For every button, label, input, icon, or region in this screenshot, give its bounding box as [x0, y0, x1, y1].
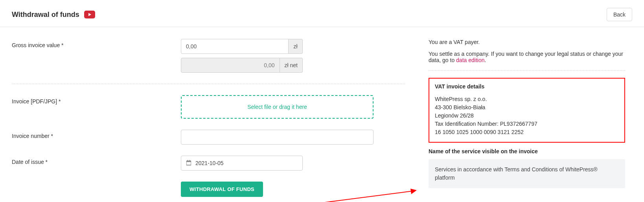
file-drop-zone[interactable]: Select file or drag it here [181, 95, 374, 119]
invoice-number-input[interactable] [181, 130, 374, 145]
company-name: WhitePress sp. z o.o. [435, 95, 619, 103]
vat-invoice-details-box: VAT invoice details WhitePress sp. z o.o… [429, 78, 625, 143]
date-input[interactable]: 2021-10-05 [181, 156, 303, 171]
date-value: 2021-10-05 [195, 160, 298, 166]
gross-suffix: zł [289, 39, 303, 54]
service-description-box: Services in accordance with Terms and Co… [429, 159, 625, 188]
company-city: 43-300 Bielsko-Biała [435, 103, 619, 112]
withdrawal-submit-button[interactable]: WITHDRAWAL OF FUNDS [181, 182, 263, 197]
gross-invoice-row: Gross invoice value * zł zł net [12, 39, 405, 77]
vat-payer-text: You are a VAT payer. [429, 39, 625, 45]
bank-account: 16 1050 1025 1000 0090 3121 2252 [435, 128, 619, 136]
file-controls: Select file or drag it here [181, 95, 377, 119]
gross-value-input[interactable] [181, 39, 289, 54]
invoice-details-title: VAT invoice details [435, 83, 619, 90]
data-edition-link[interactable]: data edition [456, 57, 484, 63]
date-label: Date of issue * [12, 156, 181, 165]
date-row: Date of issue * 2021-10-05 [12, 156, 405, 171]
submit-spacer [12, 174, 181, 177]
info-column: You are a VAT payer. You settle as a com… [429, 39, 625, 200]
header-left: Withdrawal of funds [12, 11, 95, 19]
tax-id: Tax Identification Number: PL9372667797 [435, 120, 619, 128]
service-name-label: Name of the service visible on the invoi… [429, 148, 625, 154]
side-divider [429, 70, 625, 71]
submit-controls: WITHDRAWAL OF FUNDS [181, 174, 377, 197]
file-row: Invoice [PDF/JPG] * Select file or drag … [12, 95, 405, 119]
submit-row: WITHDRAWAL OF FUNDS [12, 174, 405, 197]
settle-suffix: . [484, 57, 486, 63]
company-street: Legionów 26/28 [435, 112, 619, 120]
settle-text: You settle as a company. If you want to … [429, 51, 625, 63]
file-label: Invoice [PDF/JPG] * [12, 95, 181, 105]
date-controls: 2021-10-05 [181, 156, 377, 171]
content-area: Gross invoice value * zł zł net Invoice … [0, 27, 644, 202]
net-value-display [181, 58, 280, 73]
main-container: Gross invoice value * zł zł net Invoice … [0, 27, 644, 202]
gross-invoice-controls: zł zł net [181, 39, 377, 77]
back-button[interactable]: Back [607, 8, 632, 21]
form-column: Gross invoice value * zł zł net Invoice … [12, 39, 405, 200]
invoice-number-controls [181, 130, 377, 145]
gross-invoice-label: Gross invoice value * [12, 39, 181, 48]
page-title: Withdrawal of funds [12, 11, 79, 19]
divider [12, 84, 405, 84]
calendar-icon [186, 160, 191, 167]
net-input-group: zł net [181, 58, 303, 73]
invoice-number-row: Invoice number * [12, 130, 405, 145]
gross-input-group: zł [181, 39, 303, 54]
net-suffix: zł net [280, 58, 303, 73]
page-header: Withdrawal of funds Back [0, 0, 644, 27]
invoice-number-label: Invoice number * [12, 130, 181, 139]
youtube-icon[interactable] [84, 11, 95, 18]
